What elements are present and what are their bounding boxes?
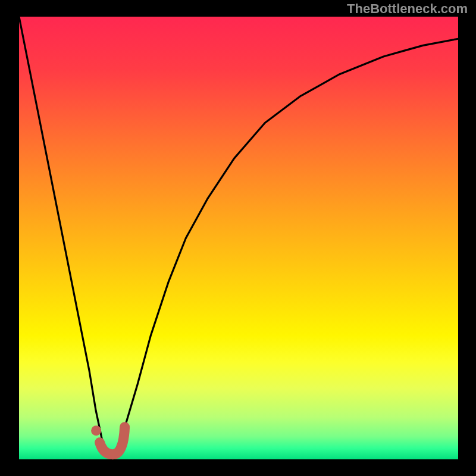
plot-gradient: [19, 17, 458, 459]
chart-stage: TheBottleneck.com: [0, 0, 476, 476]
watermark-text: TheBottleneck.com: [347, 1, 468, 17]
chart-svg: [0, 0, 476, 476]
marker-dot: [91, 425, 101, 436]
